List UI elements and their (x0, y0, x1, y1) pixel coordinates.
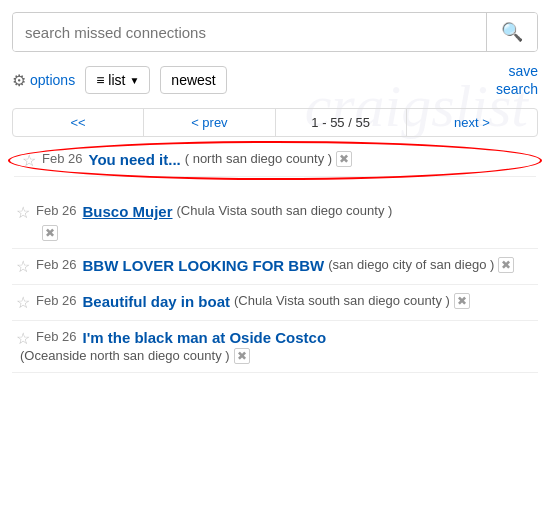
options-button[interactable]: ⚙ options (12, 71, 75, 90)
pagination-first[interactable]: << (13, 109, 144, 136)
save-search-label: savesearch (496, 63, 538, 97)
listing-title[interactable]: Beautiful day in boat (82, 293, 230, 310)
listing-date: Feb 26 (36, 293, 76, 308)
pagination: << < prev 1 - 55 / 55 next > (12, 108, 538, 137)
listing-location: (san diego city of san diego ) (328, 257, 494, 272)
search-button[interactable]: 🔍 (486, 13, 537, 51)
remove-listing-icon[interactable]: ✖ (498, 257, 514, 273)
favorite-star[interactable]: ☆ (22, 151, 36, 170)
list-label: list (108, 72, 125, 88)
listing-location: (Chula Vista south san diego county ) (234, 293, 450, 308)
pagination-current: 1 - 55 / 55 (276, 109, 407, 136)
favorite-star[interactable]: ☆ (16, 329, 30, 348)
newest-label: newest (171, 72, 215, 88)
listing-title[interactable]: I'm the black man at Oside Costco (82, 329, 326, 346)
listing-item: ☆ Feb 26 Busco Mujer (Chula Vista south … (12, 195, 538, 249)
favorite-star[interactable]: ☆ (16, 293, 30, 312)
listing-date: Feb 26 (42, 151, 82, 166)
gear-icon: ⚙ (12, 71, 26, 90)
search-bar: 🔍 (12, 12, 538, 52)
remove-listing-icon[interactable]: ✖ (454, 293, 470, 309)
favorite-star[interactable]: ☆ (16, 203, 30, 222)
options-label: options (30, 72, 75, 88)
remove-listing-icon[interactable]: ✖ (234, 348, 250, 364)
listing-date: Feb 26 (36, 257, 76, 272)
listing-title[interactable]: You need it... (88, 151, 180, 168)
listing-item: ☆ Feb 26 BBW LOVER LOOKING FOR BBW (san … (12, 249, 538, 285)
listing-location: (Oceanside north san diego county ) (20, 348, 230, 363)
remove-listing-icon[interactable]: ✖ (336, 151, 352, 167)
listing-date: Feb 26 (36, 329, 76, 344)
listing-item: ☆ Feb 26 Beautiful day in boat (Chula Vi… (12, 285, 538, 321)
save-search-button[interactable]: savesearch (496, 62, 538, 98)
listing-title[interactable]: BBW LOVER LOOKING FOR BBW (82, 257, 324, 274)
toolbar: ⚙ options ≡ list ▼ newest savesearch (12, 62, 538, 98)
chevron-down-icon: ▼ (129, 75, 139, 86)
listings-container: ☆ Feb 26 You need it... ( north san dieg… (12, 145, 538, 373)
listing-item: ☆ Feb 26 You need it... ( north san dieg… (14, 145, 536, 177)
remove-listing-icon[interactable]: ✖ (42, 225, 58, 241)
listing-location: (Chula Vista south san diego county ) (177, 203, 393, 218)
newest-button[interactable]: newest (160, 66, 226, 94)
pagination-prev[interactable]: < prev (144, 109, 275, 136)
list-lines-icon: ≡ (96, 72, 104, 88)
listing-title[interactable]: Busco Mujer (82, 203, 172, 220)
favorite-star[interactable]: ☆ (16, 257, 30, 276)
listing-location: ( north san diego county ) (185, 151, 332, 166)
search-input[interactable] (13, 14, 486, 51)
listing-item: ☆ Feb 26 I'm the black man at Oside Cost… (12, 321, 538, 373)
list-view-button[interactable]: ≡ list ▼ (85, 66, 150, 94)
listing-date: Feb 26 (36, 203, 76, 218)
pagination-next[interactable]: next > (407, 109, 537, 136)
